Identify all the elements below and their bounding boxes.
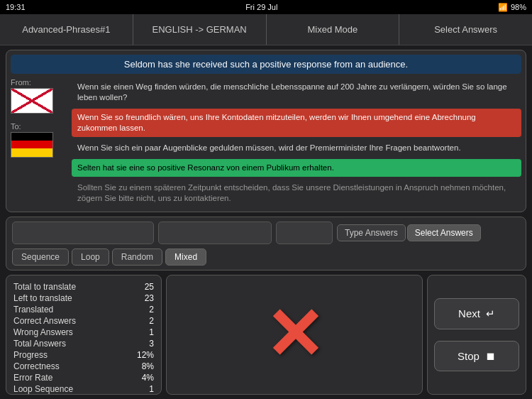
phrase-highlight: Seldom has she received such a positive … [11, 55, 521, 74]
controls-section: Type Answers Select Answers Sequence Loo… [6, 217, 526, 270]
next-icon: ↵ [486, 307, 495, 320]
stop-button[interactable]: Stop ⏹ [434, 341, 519, 371]
next-button[interactable]: Next ↵ [434, 298, 519, 329]
sentences-column: Wenn sie einen Weg finden würden, die me… [72, 78, 521, 207]
answer-mode-buttons: Type Answers Select Answers [337, 224, 481, 241]
tab-select[interactable]: Select Answers [399, 14, 532, 45]
sequence-mode-button[interactable]: Sequence [12, 248, 69, 266]
stat-total-translate: Total to translate 25 [13, 281, 154, 293]
stop-icon: ⏹ [485, 350, 496, 362]
de-flag-icon [11, 132, 53, 158]
uk-flag-icon [11, 88, 53, 114]
next-label: Next [458, 307, 480, 319]
sentence-5: Sollten Sie zu einem späteren Zeitpunkt … [72, 179, 521, 207]
wifi-icon: 📶 [498, 3, 508, 12]
answer-input-2[interactable] [158, 222, 272, 244]
from-flag-section: From: [11, 78, 67, 114]
stat-left-translate: Left to translate 23 [13, 293, 154, 304]
sentence-1: Wenn sie einen Weg finden würden, die me… [72, 78, 521, 106]
status-date: Fri 29 Jul [245, 3, 277, 11]
stat-total-answers: Total Answers 3 [13, 338, 154, 349]
status-bar: 19:31 Fri 29 Jul 📶 98% [0, 0, 532, 14]
from-label: From: [11, 78, 31, 87]
stat-progress: Progress 12% [13, 349, 154, 361]
stat-loop-sequence: Loop Sequence 1 [13, 383, 154, 395]
select-answers-button[interactable]: Select Answers [407, 224, 481, 241]
sentence-2: Wenn Sie so freundlich wären, uns Ihre K… [72, 109, 521, 137]
tab-title[interactable]: Advanced-Phrases#1 [0, 14, 133, 45]
status-time: 19:31 [6, 3, 26, 11]
main-content: Seldom has she received such a positive … [0, 45, 532, 399]
tab-mode[interactable]: Mixed Mode [267, 14, 400, 45]
tab-direction[interactable]: ENGLISH -> GERMAN [133, 14, 267, 45]
type-answers-button[interactable]: Type Answers [337, 224, 406, 241]
loop-mode-button[interactable]: Loop [72, 248, 109, 266]
flags-column: From: To: [11, 78, 67, 207]
answer-input-3[interactable] [276, 222, 333, 244]
stat-correct-answers: Correct Answers 2 [13, 315, 154, 327]
stat-wrong-answers: Wrong Answers 1 [13, 327, 154, 338]
to-flag-section: To: [11, 122, 67, 158]
answer-input-1[interactable] [12, 222, 154, 244]
stop-label: Stop [458, 350, 480, 362]
battery-level: 98% [511, 3, 526, 11]
stat-error-rate: Error Rate 4% [13, 372, 154, 383]
stat-correctness: Correctness 8% [13, 361, 154, 372]
stats-panel: Total to translate 25 Left to translate … [6, 275, 162, 395]
random-mode-button[interactable]: Random [112, 248, 162, 266]
wrong-answer-cross-icon: ✕ [265, 299, 324, 370]
to-label: To: [11, 122, 21, 131]
phrase-card: Seldom has she received such a positive … [6, 50, 526, 212]
sentence-4: Selten hat sie eine so positive Resonanz… [72, 159, 521, 177]
bottom-section: Total to translate 25 Left to translate … [6, 275, 526, 395]
action-panel: Next ↵ Stop ⏹ [427, 275, 526, 395]
phrase-rows: From: To: [11, 78, 521, 207]
sentence-3: Wenn Sie sich ein paar Augenblicke gedul… [72, 139, 521, 157]
mode-buttons-row: Sequence Loop Random Mixed [12, 248, 520, 266]
mixed-mode-button[interactable]: Mixed [165, 248, 206, 266]
stat-translated: Translated 2 [13, 304, 154, 315]
result-cross-panel: ✕ [166, 275, 423, 395]
controls-top: Type Answers Select Answers [12, 222, 520, 244]
tab-bar: Advanced-Phrases#1 ENGLISH -> GERMAN Mix… [0, 14, 532, 45]
svg-rect-0 [11, 89, 53, 114]
